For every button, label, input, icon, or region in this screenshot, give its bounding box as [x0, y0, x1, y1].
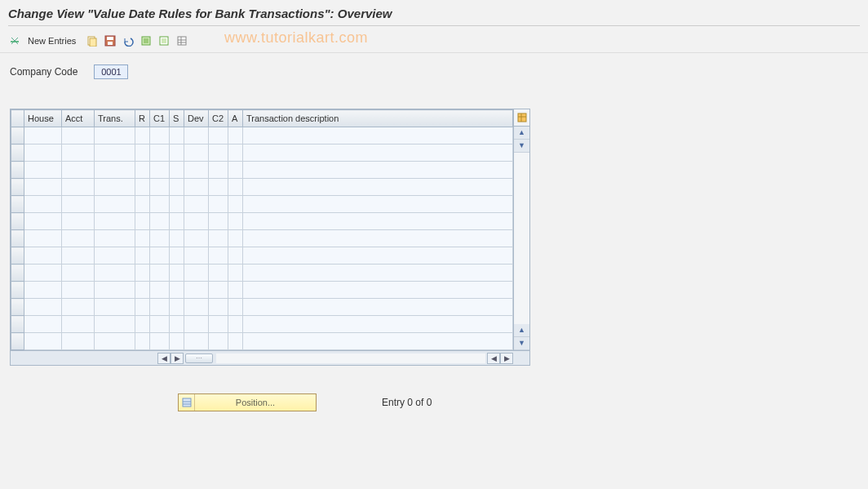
select-all-icon[interactable]: [138, 33, 154, 49]
cell[interactable]: [243, 144, 513, 162]
cell[interactable]: [150, 162, 170, 179]
cell[interactable]: [135, 127, 150, 144]
row-selector[interactable]: [11, 179, 24, 196]
row-selector[interactable]: [11, 162, 24, 179]
cell[interactable]: [62, 162, 95, 179]
table-row[interactable]: [11, 247, 513, 265]
table-row[interactable]: [11, 179, 513, 196]
cell[interactable]: [62, 333, 95, 350]
cell[interactable]: [150, 213, 170, 230]
cell[interactable]: [228, 196, 243, 213]
cell[interactable]: [170, 333, 184, 350]
cell[interactable]: [170, 265, 184, 282]
horizontal-scrollbar[interactable]: [216, 353, 485, 363]
table-row[interactable]: [11, 144, 513, 162]
row-selector[interactable]: [11, 265, 24, 282]
cell[interactable]: [243, 265, 513, 282]
deselect-all-icon[interactable]: [156, 33, 172, 49]
cell[interactable]: [24, 162, 62, 179]
col-c1[interactable]: C1: [150, 110, 170, 127]
cell[interactable]: [24, 265, 62, 282]
cell[interactable]: [150, 282, 170, 299]
cell[interactable]: [62, 179, 95, 196]
cell[interactable]: [24, 196, 62, 213]
cell[interactable]: [243, 316, 513, 333]
table-row[interactable]: [11, 333, 513, 350]
cell[interactable]: [24, 282, 62, 299]
col-c2[interactable]: C2: [209, 110, 228, 127]
cell[interactable]: [95, 316, 135, 333]
cell[interactable]: [243, 196, 513, 213]
cell[interactable]: [228, 265, 243, 282]
grid-table[interactable]: House Acct Trans. R C1 S Dev C2 A Transa…: [11, 109, 513, 350]
cell[interactable]: [95, 230, 135, 247]
cell[interactable]: [209, 299, 228, 316]
cell[interactable]: [243, 230, 513, 247]
cell[interactable]: [135, 162, 150, 179]
cell[interactable]: [135, 316, 150, 333]
cell[interactable]: [170, 247, 184, 265]
cell[interactable]: [62, 299, 95, 316]
cell[interactable]: [184, 162, 209, 179]
row-selector[interactable]: [11, 247, 24, 265]
cell[interactable]: [184, 299, 209, 316]
cell[interactable]: [170, 213, 184, 230]
row-selector[interactable]: [11, 333, 24, 350]
cell[interactable]: [95, 282, 135, 299]
cell[interactable]: [209, 333, 228, 350]
table-row[interactable]: [11, 127, 513, 144]
cell[interactable]: [95, 213, 135, 230]
cell[interactable]: [150, 144, 170, 162]
row-selector[interactable]: [11, 127, 24, 144]
cell[interactable]: [62, 247, 95, 265]
row-selector[interactable]: [11, 282, 24, 299]
cell[interactable]: [184, 316, 209, 333]
cell[interactable]: [24, 247, 62, 265]
cell[interactable]: [184, 127, 209, 144]
cell[interactable]: [228, 162, 243, 179]
cell[interactable]: [243, 299, 513, 316]
cell[interactable]: [135, 282, 150, 299]
cell[interactable]: [135, 196, 150, 213]
table-row[interactable]: [11, 265, 513, 282]
cell[interactable]: [228, 127, 243, 144]
cell[interactable]: [170, 316, 184, 333]
col-trans[interactable]: Trans.: [95, 110, 135, 127]
cell[interactable]: [150, 299, 170, 316]
cell[interactable]: [95, 265, 135, 282]
cell[interactable]: [24, 144, 62, 162]
col-house[interactable]: House: [24, 110, 62, 127]
row-selector-header[interactable]: [11, 110, 24, 127]
cell[interactable]: [24, 213, 62, 230]
cell[interactable]: [184, 282, 209, 299]
grid-config-icon[interactable]: [514, 109, 529, 127]
cell[interactable]: [95, 299, 135, 316]
cell[interactable]: [24, 316, 62, 333]
row-selector[interactable]: [11, 316, 24, 333]
cell[interactable]: [170, 162, 184, 179]
cell[interactable]: [150, 316, 170, 333]
scroll-up-bottom-icon[interactable]: ▲: [514, 324, 529, 337]
table-row[interactable]: [11, 230, 513, 247]
cell[interactable]: [62, 265, 95, 282]
cell[interactable]: [184, 230, 209, 247]
row-selector[interactable]: [11, 230, 24, 247]
cell[interactable]: [170, 144, 184, 162]
table-row[interactable]: [11, 316, 513, 333]
cell[interactable]: [243, 213, 513, 230]
cell[interactable]: [228, 333, 243, 350]
scroll-left-end-icon[interactable]: ◀: [487, 353, 500, 364]
cell[interactable]: [170, 196, 184, 213]
cell[interactable]: [150, 179, 170, 196]
horizontal-scroll-thumb[interactable]: ⋯: [185, 353, 213, 363]
cell[interactable]: [209, 230, 228, 247]
cell[interactable]: [170, 282, 184, 299]
row-selector[interactable]: [11, 299, 24, 316]
cell[interactable]: [243, 282, 513, 299]
cell[interactable]: [95, 247, 135, 265]
table-row[interactable]: [11, 282, 513, 299]
cell[interactable]: [24, 127, 62, 144]
cell[interactable]: [135, 333, 150, 350]
cell[interactable]: [95, 333, 135, 350]
row-selector[interactable]: [11, 213, 24, 230]
